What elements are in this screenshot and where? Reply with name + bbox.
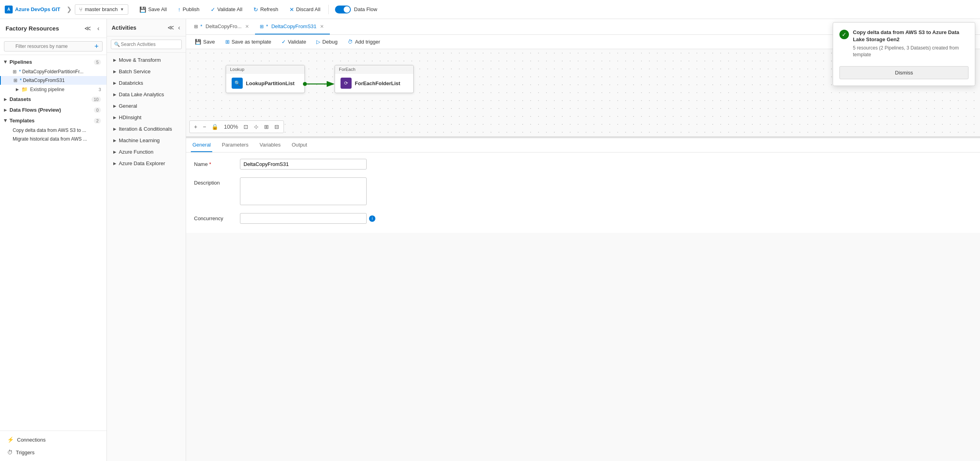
- pipeline-item-1[interactable]: ⊞ * DeltaCopyFolderPartitionFr...: [0, 67, 107, 76]
- notification-popup: ✓ Copy delta data from AWS S3 to Azure D…: [833, 22, 975, 86]
- tab-2-close[interactable]: ✕: [319, 23, 325, 30]
- refresh-button[interactable]: ↻ Refresh: [249, 4, 283, 15]
- tab-general[interactable]: General: [191, 138, 212, 152]
- triggers-link[interactable]: ⏱ Triggers: [6, 447, 101, 458]
- activities-panel: Activities ≪ ‹ 🔍 ▶ Move & Transform ▶ Ba…: [107, 19, 186, 461]
- foreach-node[interactable]: ForEach ⟳ ForEachFolderList: [335, 65, 414, 93]
- tab-output[interactable]: Output: [290, 138, 309, 152]
- activity-label-2: Batch Service: [119, 69, 150, 74]
- canvas-tools: + − 🔒 100% ⊡ ⊹ ⊞ ⊟: [189, 120, 284, 133]
- activity-azure-function[interactable]: ▶ Azure Function: [107, 146, 186, 158]
- activity-databricks[interactable]: ▶ Databricks: [107, 77, 186, 89]
- dataflows-left: ▶ Data Flows (Preview): [4, 107, 61, 113]
- tab-variables[interactable]: Variables: [258, 138, 282, 152]
- data-flow-toggle-wrap: Data Flow: [335, 6, 377, 13]
- canvas-add-trigger-button[interactable]: ⏱ Add trigger: [344, 37, 384, 46]
- concurrency-input[interactable]: [240, 213, 367, 224]
- group-tool-button[interactable]: ⊞: [262, 122, 271, 131]
- activity-hdinsight[interactable]: ▶ HDInsight: [107, 112, 186, 123]
- existing-pipeline-header[interactable]: ▶ 📁 Existing pipeline 3: [0, 85, 107, 94]
- pipeline-icon-2: ⊞: [13, 78, 17, 83]
- sidebar-search-input[interactable]: [4, 41, 103, 51]
- add-resource-button[interactable]: +: [93, 42, 100, 51]
- activities-collapse-button[interactable]: ≪: [167, 23, 175, 32]
- branch-selector[interactable]: ⑂ master branch ▼: [75, 4, 128, 15]
- tab-2[interactable]: ⊞ * DeltaCopyFromS31 ✕: [255, 19, 330, 34]
- search-wrap: 🔍 +: [4, 41, 103, 51]
- template-item-1[interactable]: Copy delta data from AWS S3 to ...: [0, 126, 107, 135]
- activities-search-input[interactable]: [111, 40, 182, 49]
- activity-label-10: Azure Data Explorer: [119, 160, 165, 166]
- template-name-1: Copy delta data from AWS S3 to ...: [13, 128, 86, 133]
- activity-machine-learning[interactable]: ▶ Machine Learning: [107, 135, 186, 146]
- canvas-save-button[interactable]: 💾 Save: [191, 37, 219, 46]
- templates-chevron-icon: ▶: [4, 119, 8, 122]
- activity-chevron-7: ▶: [113, 127, 116, 131]
- sidebar-footer: ⚡ Connections ⏱ Triggers: [0, 431, 107, 461]
- activities-list: ▶ Move & Transform ▶ Batch Service ▶ Dat…: [107, 53, 186, 461]
- tab-1-close[interactable]: ✕: [244, 23, 250, 30]
- modified-marker-2: *: [20, 78, 22, 83]
- activity-move-transform[interactable]: ▶ Move & Transform: [107, 54, 186, 66]
- templates-section-header[interactable]: ▶ Templates 2: [0, 115, 107, 126]
- select-tool-button[interactable]: ⊹: [252, 122, 261, 131]
- dataflows-section-header[interactable]: ▶ Data Flows (Preview) 0: [0, 105, 107, 115]
- canvas-debug-button[interactable]: ▷ Debug: [312, 37, 341, 46]
- left-sidebar: Factory Resources ≪ ‹ 🔍 + ▶ Pipelines: [0, 19, 107, 461]
- annotations-label: Annotations: [194, 232, 234, 233]
- datasets-count: 10: [91, 97, 101, 102]
- connections-icon: ⚡: [7, 436, 14, 443]
- activity-label-6: HDInsight: [119, 114, 141, 120]
- pipelines-section-header[interactable]: ▶ Pipelines 5: [0, 57, 107, 67]
- concurrency-info-icon[interactable]: i: [369, 215, 375, 222]
- brand-label: Azure DevOps GIT: [15, 6, 60, 12]
- publish-button[interactable]: ↑ Publish: [173, 4, 204, 15]
- sidebar-collapse-button[interactable]: ≪: [83, 24, 93, 33]
- dismiss-button[interactable]: Dismiss: [839, 66, 969, 79]
- brand: A Azure DevOps GIT: [5, 6, 60, 13]
- canvas-validate-button[interactable]: ✓ Validate: [278, 37, 310, 46]
- activity-data-lake-analytics[interactable]: ▶ Data Lake Analytics: [107, 89, 186, 100]
- connections-label: Connections: [17, 437, 46, 443]
- notif-body: 5 resources (2 Pipelines, 3 Datasets) cr…: [853, 45, 969, 58]
- canvas-save-label: Save: [203, 39, 215, 45]
- discard-all-button[interactable]: ✕ Discard All: [285, 4, 325, 15]
- activity-chevron-10: ▶: [113, 161, 116, 166]
- lock-canvas-button[interactable]: 🔒: [209, 122, 220, 131]
- add-node-button[interactable]: +: [192, 122, 199, 131]
- activity-azure-data-explorer[interactable]: ▶ Azure Data Explorer: [107, 158, 186, 169]
- branch-icon: ⑂: [79, 6, 82, 13]
- fit-canvas-button[interactable]: ⊡: [242, 122, 250, 131]
- activity-batch-service[interactable]: ▶ Batch Service: [107, 66, 186, 77]
- toggle-tool-button[interactable]: ⊟: [272, 122, 281, 131]
- tab-1-modified: *: [200, 23, 202, 29]
- pipelines-chevron-icon: ▶: [4, 61, 8, 64]
- tab-1-label: DeltaCopyFro...: [206, 23, 242, 29]
- activity-iteration-conditionals[interactable]: ▶ Iteration & Conditionals: [107, 123, 186, 135]
- tab-1[interactable]: ⊞ * DeltaCopyFro... ✕: [189, 19, 255, 34]
- data-flow-toggle[interactable]: [335, 6, 351, 13]
- template-item-2[interactable]: Migrate historical data from AWS ...: [0, 135, 107, 143]
- remove-node-button[interactable]: −: [201, 122, 208, 131]
- canvas-validate-icon: ✓: [282, 39, 286, 45]
- sidebar-minimize-button[interactable]: ‹: [96, 24, 101, 33]
- new-annotation-button[interactable]: + New: [240, 232, 255, 233]
- lookup-node[interactable]: Lookup 🔍 LookupPartitionList: [226, 65, 305, 93]
- canvas-save-template-button[interactable]: ⊞ Save as template: [221, 37, 275, 46]
- description-textarea[interactable]: [240, 177, 367, 205]
- tab-parameters[interactable]: Parameters: [220, 138, 250, 152]
- lookup-node-label: LookupPartitionList: [246, 80, 295, 86]
- foreach-node-body: ⟳ ForEachFolderList: [335, 74, 413, 93]
- save-all-button[interactable]: 💾 Save All: [135, 4, 171, 15]
- name-input[interactable]: [240, 159, 367, 170]
- refresh-icon: ↻: [253, 6, 258, 13]
- zoom-100-button[interactable]: 100%: [222, 122, 240, 131]
- validate-all-button[interactable]: ✓ Validate All: [206, 4, 247, 15]
- datasets-section-header[interactable]: ▶ Datasets 10: [0, 94, 107, 105]
- pipeline-item-2[interactable]: ⊞ * DeltaCopyFromS31: [0, 76, 107, 85]
- connections-link[interactable]: ⚡ Connections: [6, 434, 101, 445]
- activity-label-3: Databricks: [119, 80, 143, 86]
- activity-general[interactable]: ▶ General: [107, 100, 186, 112]
- form-annotations-row: Annotations + New: [194, 232, 972, 233]
- activities-minimize-button[interactable]: ‹: [177, 23, 181, 32]
